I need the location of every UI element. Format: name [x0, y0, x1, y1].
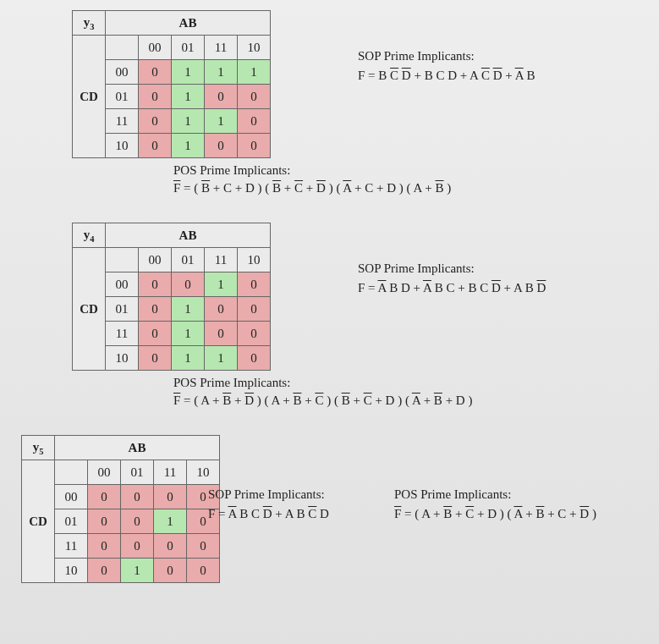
kmap-cell: 0: [88, 485, 121, 509]
pos-eq-y4: F = ( A + B + D ) ( A + B + C ) ( B + C …: [173, 394, 647, 408]
kmap-cell: 1: [205, 60, 238, 85]
kmap-cell: 0: [238, 322, 271, 346]
kmap-cell: 0: [139, 85, 172, 109]
kmap-cell: 0: [121, 534, 154, 559]
sop-title-y3: SOP Prime Implicants:: [358, 49, 535, 63]
kmap-cell: 0: [238, 297, 271, 322]
kmap-cell: 1: [172, 85, 205, 109]
kmap-cell: 0: [238, 346, 271, 371]
kmap-y5: y5 AB CD 00 01 11 10 000000 010010 11000…: [21, 435, 220, 583]
kmap-y3-label: y3: [73, 11, 106, 36]
kmap-cell: 1: [172, 109, 205, 134]
kmap-cell: 0: [187, 534, 220, 559]
kmap-cell: 0: [238, 85, 271, 109]
kmap-cell: 0: [139, 297, 172, 322]
kmap-cell: 0: [139, 272, 172, 297]
kmap-cell: 0: [205, 85, 238, 109]
sop-title-y5: SOP Prime Implicants:: [208, 487, 329, 502]
kmap-cell: 0: [205, 134, 238, 158]
kmap-cell: 1: [172, 60, 205, 85]
kmap-cell: 0: [238, 109, 271, 134]
kmap-cell: 1: [172, 346, 205, 371]
pos-title-y3: POS Prime Implicants:: [173, 163, 639, 178]
kmap-y3-colvar: AB: [106, 11, 271, 36]
kmap-y5-rowvar: CD: [22, 460, 55, 583]
kmap-cell: 0: [139, 134, 172, 158]
pos-title-y5: POS Prime Implicants:: [394, 487, 596, 502]
kmap-cell: 0: [238, 134, 271, 158]
kmap-y4: y4 AB CD 00 01 11 10 000010 010100 11010…: [72, 223, 271, 371]
kmap-cell: 1: [172, 322, 205, 346]
pos-eq-y5: F = ( A + B + C + D ) ( A + B + C + D ): [394, 507, 596, 521]
kmap-cell: 0: [154, 534, 187, 559]
kmap-y4-label: y4: [73, 223, 106, 248]
kmap-cell: 0: [139, 109, 172, 134]
kmap-cell: 0: [88, 559, 121, 583]
kmap-cell: 1: [205, 109, 238, 134]
kmap-cell: 0: [154, 485, 187, 509]
kmap-cell: 0: [205, 297, 238, 322]
kmap-cell: 1: [205, 346, 238, 371]
kmap-cell: 1: [172, 297, 205, 322]
kmap-cell: 0: [121, 509, 154, 534]
kmap-y3-rowvar: CD: [73, 36, 106, 158]
kmap-y3: y3 AB CD 00 01 11 10 00 0 1 1 1 01 0: [72, 10, 271, 158]
kmap-y5-colvar: AB: [55, 436, 220, 460]
kmap-cell: 0: [88, 534, 121, 559]
sop-eq-y3: F = B C D + B C D + A C D + A B: [358, 69, 535, 83]
kmap-cell: 1: [205, 272, 238, 297]
kmap-cell: 1: [238, 60, 271, 85]
kmap-cell: 0: [154, 559, 187, 583]
kmap-cell: 0: [88, 509, 121, 534]
kmap-cell: 0: [139, 60, 172, 85]
kmap-cell: 1: [172, 134, 205, 158]
pos-title-y4: POS Prime Implicants:: [173, 376, 647, 390]
kmap-cell: 0: [205, 322, 238, 346]
pos-eq-y3: F = ( B + C + D ) ( B + C + D ) ( A + C …: [173, 181, 639, 195]
kmap-y4-rowvar: CD: [73, 248, 106, 371]
kmap-cell: 0: [121, 485, 154, 509]
kmap-cell: 0: [139, 346, 172, 371]
sop-eq-y4: F = A B D + A B C + B C D + A B D: [358, 281, 546, 295]
kmap-y5-label: y5: [22, 436, 55, 460]
kmap-y4-colvar: AB: [106, 223, 271, 248]
kmap-cell: 1: [154, 509, 187, 534]
kmap-cell: 0: [139, 322, 172, 346]
sop-title-y4: SOP Prime Implicants:: [358, 261, 546, 276]
kmap-cell: 0: [187, 559, 220, 583]
sop-eq-y5: F = A B C D + A B C D: [208, 507, 329, 521]
kmap-cell: 0: [238, 272, 271, 297]
kmap-cell: 0: [172, 272, 205, 297]
kmap-cell: 1: [121, 559, 154, 583]
